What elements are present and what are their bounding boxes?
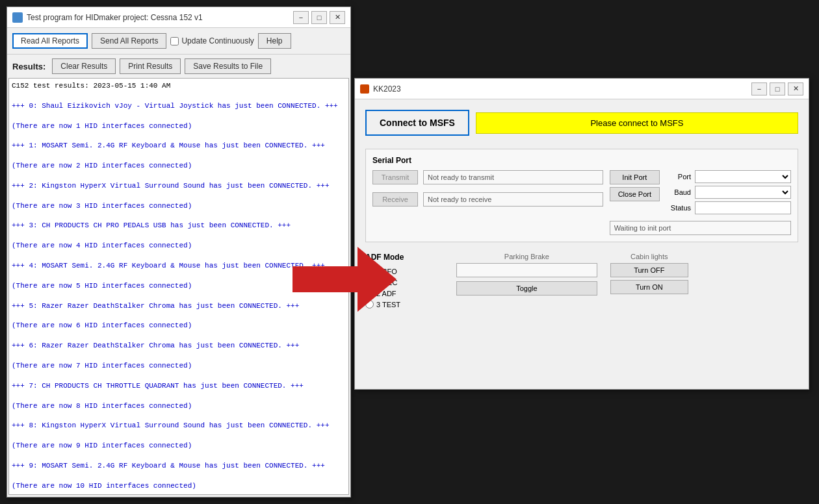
arrow-body (292, 266, 358, 292)
log-line: (There are now 6 HID interfaces connecte… (12, 321, 346, 331)
cabin-lights-section: Cabin lights Turn OFF Turn ON (610, 253, 688, 309)
transmit-status-input (423, 170, 603, 184)
send-all-reports-button[interactable]: Send All Reports (92, 33, 166, 49)
save-results-button[interactable]: Save Results to File (185, 58, 271, 74)
arrow-container (292, 247, 396, 312)
clear-results-button[interactable]: Clear Results (52, 58, 116, 74)
serial-left-col: Transmit Receive (372, 170, 603, 235)
window2: KK2023 − □ ✕ Connect to MSFS Please conn… (354, 78, 809, 390)
log-line: +++ 6: Razer Razer DeathStalker Chroma h… (12, 341, 346, 351)
cabin-lights-label: Cabin lights (610, 253, 688, 260)
window1-title-left: Test program for HIDmaker project: Cessn… (12, 12, 203, 23)
log-line: +++ 0: Shaul Eizikovich vJoy - Virtual J… (12, 101, 346, 111)
baud-select[interactable] (695, 186, 791, 199)
bottom-section: ADF Mode 0 BFO1 REC2 ADF3 TEST Parking B… (365, 253, 798, 309)
window1-maximize-btn[interactable]: □ (311, 11, 327, 24)
log-line: (There are now 3 HID interfaces connecte… (12, 201, 346, 211)
status-label: Status (665, 204, 691, 212)
log-line: +++ 7: CH PRODUCTS CH THROTTLE QUADRANT … (12, 381, 346, 391)
serial-port-section: Serial Port Transmit Receive Init (365, 149, 798, 242)
parking-brake-section: Parking Brake Toggle (456, 253, 597, 309)
parking-brake-input (456, 263, 597, 277)
window2-title-left: KK2023 (360, 84, 401, 94)
status-row: Status (665, 201, 791, 214)
log-line: +++ 9: MOSART Semi. 2.4G RF Keyboard & M… (12, 461, 346, 471)
window2-minimize-btn[interactable]: − (751, 82, 767, 95)
results-bar: Results: Clear Results Print Results Sav… (7, 55, 350, 78)
parking-brake-label: Parking Brake (456, 253, 597, 260)
receive-status-input (423, 192, 603, 207)
turn-on-button[interactable]: Turn ON (610, 280, 688, 294)
msfs-status-display: Please connect to MSFS (476, 112, 798, 134)
read-all-reports-button[interactable]: Read All Reports (12, 33, 88, 49)
port-select[interactable] (695, 170, 791, 183)
status-input (695, 201, 791, 214)
right-top: Init Port Close Port Port Baud (610, 170, 791, 214)
toggle-button[interactable]: Toggle (456, 281, 597, 296)
log-line: (There are now 10 HID interfaces connect… (12, 481, 346, 491)
window1-minimize-btn[interactable]: − (293, 11, 309, 24)
log-line: +++ 1: MOSART Semi. 2.4G RF Keyboard & M… (12, 141, 346, 151)
baud-row: Baud (665, 186, 791, 199)
update-continuously-text: Update Continuously (181, 36, 254, 45)
port-label: Port (665, 173, 691, 181)
help-button[interactable]: Help (258, 33, 291, 49)
log-line: (There are now 9 HID interfaces connecte… (12, 441, 346, 451)
log-line: C152 test results: 2023-05-15 1:40 AM (12, 81, 346, 91)
log-line: (There are now 2 HID interfaces connecte… (12, 161, 346, 171)
init-close-col: Init Port Close Port (610, 170, 660, 201)
window1-title-controls: − □ ✕ (293, 11, 345, 24)
log-line: +++ 3: CH PRODUCTS CH PRO PEDALS USB has… (12, 221, 346, 231)
connect-msfs-button[interactable]: Connect to MSFS (365, 110, 469, 136)
log-line: (There are now 8 HID interfaces connecte… (12, 401, 346, 411)
results-label: Results: (12, 62, 46, 71)
window2-maximize-btn[interactable]: □ (770, 82, 785, 95)
update-continuously-label[interactable]: Update Continuously (170, 36, 254, 45)
connect-section: Connect to MSFS Please connect to MSFS (365, 110, 798, 136)
close-port-button[interactable]: Close Port (610, 187, 660, 201)
serial-right-col: Init Port Close Port Port Baud (610, 170, 791, 235)
window2-content: Connect to MSFS Please connect to MSFS S… (355, 99, 809, 319)
print-results-button[interactable]: Print Results (120, 58, 181, 74)
window1-title: Test program for HIDmaker project: Cessn… (27, 13, 203, 22)
log-line: (There are now 7 HID interfaces connecte… (12, 361, 346, 371)
baud-label: Baud (665, 188, 691, 196)
port-baud-status: Port Baud Status (665, 170, 791, 214)
window2-title-controls: − □ ✕ (751, 82, 803, 95)
window2-titlebar: KK2023 − □ ✕ (355, 79, 809, 99)
init-port-button[interactable]: Init Port (610, 170, 660, 184)
window1-toolbar: Read All Reports Send All Reports Update… (7, 28, 350, 55)
log-line: +++ 2: Kingston HyperX Virtual Surround … (12, 181, 346, 191)
log-line: +++ 8: Kingston HyperX Virtual Surround … (12, 421, 346, 431)
window1-close-btn[interactable]: ✕ (330, 11, 345, 24)
red-arrow (292, 247, 396, 312)
transmit-row: Transmit (372, 170, 603, 184)
app-icon (12, 12, 23, 23)
receive-button: Receive (372, 192, 418, 207)
window2-close-btn[interactable]: ✕ (788, 82, 803, 95)
transmit-button: Transmit (372, 170, 418, 184)
log-line: (There are now 1 HID interfaces connecte… (12, 121, 346, 131)
waiting-text-input (610, 221, 791, 235)
serial-inner: Transmit Receive Init Port Close Port (372, 170, 791, 235)
turn-off-button[interactable]: Turn OFF (610, 263, 688, 277)
update-continuously-checkbox[interactable] (170, 37, 179, 45)
serial-port-label: Serial Port (372, 156, 791, 165)
receive-row: Receive (372, 192, 603, 207)
port-row: Port (665, 170, 791, 183)
window2-title: KK2023 (373, 84, 401, 94)
window1-titlebar: Test program for HIDmaker project: Cessn… (7, 7, 350, 28)
window2-app-icon (360, 84, 369, 94)
arrow-head (358, 247, 396, 312)
